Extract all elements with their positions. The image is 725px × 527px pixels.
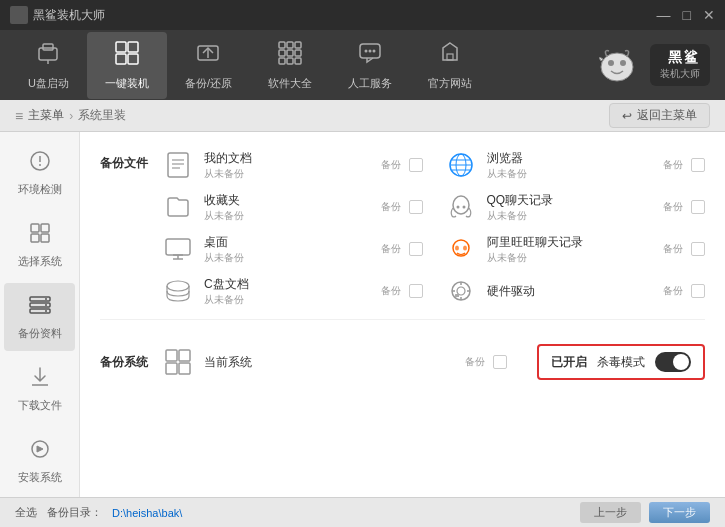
svg-rect-14: [279, 58, 285, 64]
backup-data-icon: [28, 293, 52, 322]
svg-rect-69: [166, 363, 177, 374]
browser-status: 从未备份: [487, 167, 652, 181]
qq-backup-btn[interactable]: 备份: [663, 200, 683, 214]
brand-sub: 装机大师: [660, 67, 700, 81]
sidebar-label-env: 环境检测: [18, 182, 62, 197]
svg-point-61: [457, 287, 465, 295]
svg-rect-3: [116, 42, 126, 52]
backup-system-section: 备份系统 当前系统 备份 已开启 杀: [100, 336, 705, 380]
title-bar: 黑鲨装机大师 — □ ✕: [0, 0, 725, 30]
service-icon: [357, 40, 383, 72]
nav-item-service[interactable]: 人工服务: [330, 32, 410, 99]
svg-rect-9: [287, 42, 293, 48]
aliww-icon: [443, 231, 479, 267]
sidebar-item-download[interactable]: 下载文件: [4, 355, 75, 423]
breadcrumb-sep: ›: [69, 109, 73, 123]
qq-name: QQ聊天记录: [487, 192, 652, 209]
sidebar: 环境检测 选择系统: [0, 132, 80, 497]
sidebar-label-install: 安装系统: [18, 470, 62, 485]
nav-label-service: 人工服务: [348, 76, 392, 91]
hardware-icon: [443, 273, 479, 309]
download-icon: [28, 365, 52, 394]
aliww-name: 阿里旺旺聊天记录: [487, 234, 652, 251]
svg-point-35: [45, 298, 47, 300]
backup-item-desktop: 桌面 从未备份 备份: [160, 231, 423, 267]
antivirus-toggle[interactable]: [655, 352, 691, 372]
svg-rect-16: [295, 58, 301, 64]
svg-rect-52: [166, 239, 190, 255]
breadcrumb-home[interactable]: 主菜单: [28, 107, 64, 124]
sys-backup-btn[interactable]: 备份: [465, 355, 485, 369]
close-icon[interactable]: ✕: [703, 7, 715, 23]
hardware-backup-btn[interactable]: 备份: [663, 284, 683, 298]
docs-backup-btn[interactable]: 备份: [381, 158, 401, 172]
cfiles-name: C盘文档: [204, 276, 369, 293]
desktop-backup-btn[interactable]: 备份: [381, 242, 401, 256]
favorites-icon: [160, 189, 196, 225]
sidebar-item-select[interactable]: 选择系统: [4, 211, 75, 279]
backup-item-favorites: 收藏夹 从未备份 备份: [160, 189, 423, 225]
env-icon: [28, 149, 52, 178]
prev-button[interactable]: 上一步: [580, 502, 641, 523]
antivirus-label: 杀毒模式: [597, 354, 645, 371]
sidebar-item-install[interactable]: 安装系统: [4, 427, 75, 495]
qq-checkbox[interactable]: [691, 200, 705, 214]
bottom-bar: 全选 备份目录： D:\heisha\bak\ 上一步 下一步: [0, 497, 725, 527]
svg-rect-40: [168, 153, 188, 177]
install-icon: [28, 437, 52, 466]
back-label: 返回主菜单: [637, 107, 697, 124]
favorites-name: 收藏夹: [204, 192, 369, 209]
backup-dir-path[interactable]: D:\heisha\bak\: [112, 507, 182, 519]
nav-label-usb: U盘启动: [28, 76, 69, 91]
nav-item-backup[interactable]: 备份/还原: [167, 32, 250, 99]
brand-name: 黑鲨: [668, 49, 700, 67]
breadcrumb-current: 系统里装: [78, 107, 126, 124]
nav-item-onekey[interactable]: 一键装机: [87, 32, 167, 99]
nav-label-software: 软件大全: [268, 76, 312, 91]
favorites-checkbox[interactable]: [409, 200, 423, 214]
svg-rect-8: [279, 42, 285, 48]
browser-backup-btn[interactable]: 备份: [663, 158, 683, 172]
window-controls[interactable]: — □ ✕: [657, 7, 715, 23]
svg-point-20: [373, 49, 376, 52]
sys-checkbox[interactable]: [493, 355, 507, 369]
cfiles-checkbox[interactable]: [409, 284, 423, 298]
select-all-button[interactable]: 全选: [15, 505, 37, 520]
svg-point-57: [455, 246, 459, 251]
browser-icon: [443, 147, 479, 183]
sys-item: 当前系统 备份: [160, 344, 507, 380]
nav-item-usb[interactable]: U盘启动: [10, 32, 87, 99]
sidebar-item-backup[interactable]: 备份资料: [4, 283, 75, 351]
backup-item-cfiles: C盘文档 从未备份 备份: [160, 273, 423, 309]
desktop-checkbox[interactable]: [409, 242, 423, 256]
maximize-icon[interactable]: □: [683, 7, 691, 23]
docs-checkbox[interactable]: [409, 158, 423, 172]
hardware-checkbox[interactable]: [691, 284, 705, 298]
aliww-backup-btn[interactable]: 备份: [663, 242, 683, 256]
breadcrumb-home-icon: ≡: [15, 108, 23, 124]
aliww-checkbox[interactable]: [691, 242, 705, 256]
nav-label-website: 官方网站: [428, 76, 472, 91]
cfiles-backup-btn[interactable]: 备份: [381, 284, 401, 298]
hardware-info: 硬件驱动: [487, 283, 652, 300]
svg-rect-10: [295, 42, 301, 48]
svg-rect-4: [128, 42, 138, 52]
qq-icon: [443, 189, 479, 225]
favorites-backup-btn[interactable]: 备份: [381, 200, 401, 214]
browser-name: 浏览器: [487, 150, 652, 167]
back-button[interactable]: ↩ 返回主菜单: [609, 103, 710, 128]
nav-item-website[interactable]: 官方网站: [410, 32, 490, 99]
browser-checkbox[interactable]: [691, 158, 705, 172]
backup-item-qq: QQ聊天记录 从未备份 备份: [443, 189, 706, 225]
svg-point-19: [369, 49, 372, 52]
svg-rect-6: [128, 54, 138, 64]
desktop-icon: [160, 231, 196, 267]
nav-item-software[interactable]: 软件大全: [250, 32, 330, 99]
svg-rect-1: [43, 44, 53, 50]
backup-system-label: 备份系统: [100, 354, 160, 371]
next-button[interactable]: 下一步: [649, 502, 710, 523]
sidebar-item-env[interactable]: 环境检测: [4, 139, 75, 207]
backup-item-browser: 浏览器 从未备份 备份: [443, 147, 706, 183]
minimize-icon[interactable]: —: [657, 7, 671, 23]
svg-rect-70: [179, 363, 190, 374]
